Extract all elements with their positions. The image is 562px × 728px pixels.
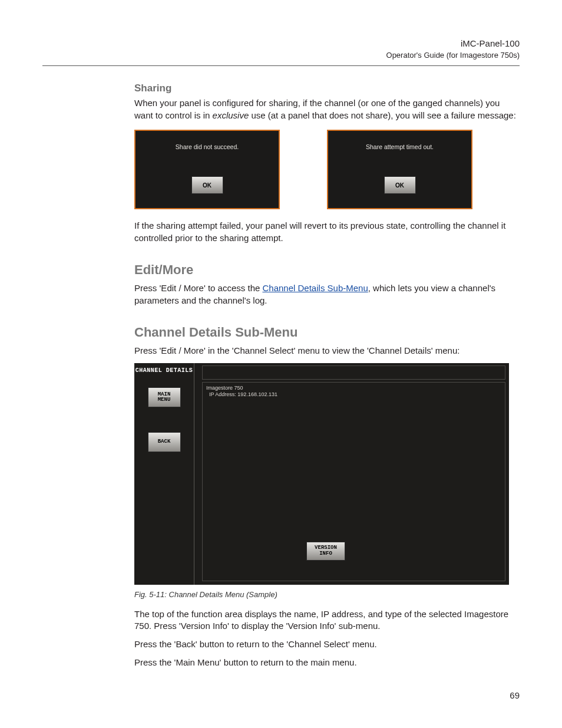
panel-sidebar: CHANNEL DETAILS MAIN MENU BACK [134,363,194,585]
share-timeout-dialog: Share attempt timed out. OK [327,130,472,209]
running-header: iMC-Panel-100 Operator's Guide (for Imag… [42,38,520,61]
sharing-heading: Sharing [134,81,520,95]
figure-caption: Fig. 5-11: Channel Details Menu (Sample) [134,589,520,600]
channel-details-intro: Press 'Edit / More' in the 'Channel Sele… [134,345,520,357]
page-number: 69 [510,690,520,702]
version-info-button[interactable]: VERSION INFO [306,542,345,561]
ok-button[interactable]: OK [384,176,416,194]
channel-details-heading: Channel Details Sub-Menu [134,324,520,341]
channel-details-p1: The top of the function area displays th… [134,608,520,633]
sharing-para-1: When your panel is configured for sharin… [134,97,520,121]
back-button[interactable]: BACK [148,432,181,452]
channel-details-panel: CHANNEL DETAILS MAIN MENU BACK Imagestor… [134,363,509,585]
edit-more-heading: Edit/More [134,261,520,279]
share-failed-dialog: Share did not succeed. OK [134,130,280,209]
sharing-para-2: If the sharing attempt failed, your pane… [134,220,520,244]
share-failed-message: Share did not succeed. [135,143,279,151]
edit-more-para: Press 'Edit / More' to access the Channe… [134,282,520,307]
header-subtitle: Operator's Guide (for Imagestore 750s) [42,50,520,61]
panel-body: Imagestore 750 IP Address: 192.168.102.1… [202,382,505,581]
panel-main: Imagestore 750 IP Address: 192.168.102.1… [202,365,505,581]
panel-topbar [202,365,505,380]
share-timeout-message: Share attempt timed out. [328,143,471,151]
failure-dialogs: Share did not succeed. OK Share attempt … [134,130,520,209]
channel-details-link[interactable]: Channel Details Sub-Menu [262,283,368,293]
channel-info-text: Imagestore 750 IP Address: 192.168.102.1… [206,385,277,398]
panel-title: CHANNEL DETAILS [134,367,194,375]
ok-button[interactable]: OK [191,176,223,194]
main-menu-button[interactable]: MAIN MENU [148,387,181,407]
channel-details-p2: Press the 'Back' button to return to the… [134,638,520,651]
header-rule [42,65,520,66]
header-title: iMC-Panel-100 [42,38,520,50]
channel-details-p3: Press the 'Main Menu' button to return t… [134,657,520,669]
